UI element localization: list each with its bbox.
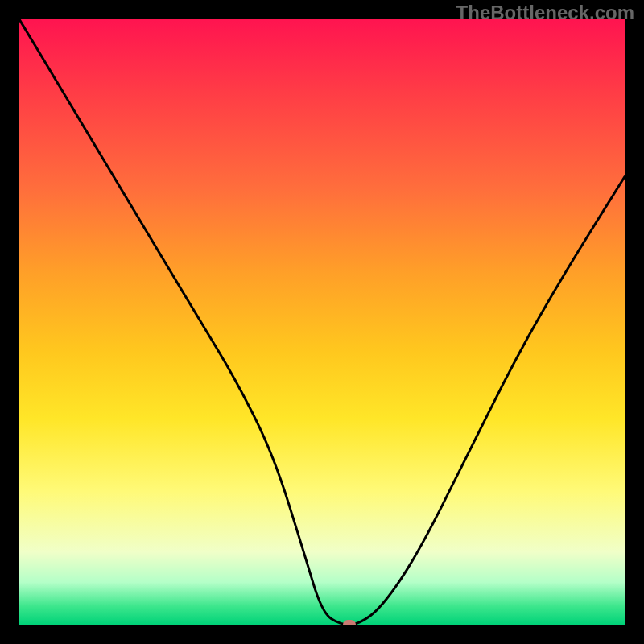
plot-area — [19, 19, 625, 625]
optimal-point-marker — [343, 620, 356, 625]
bottleneck-curve — [19, 19, 625, 625]
chart-frame: TheBottleneck.com — [0, 0, 644, 644]
watermark-text: TheBottleneck.com — [456, 2, 634, 24]
